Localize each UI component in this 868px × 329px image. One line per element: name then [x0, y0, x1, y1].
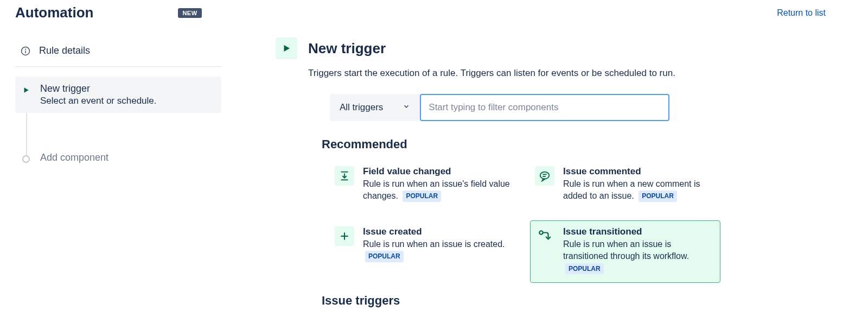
step-title: Add component — [40, 152, 216, 163]
svg-point-2 — [25, 49, 26, 49]
return-to-list-link[interactable]: Return to list — [777, 8, 853, 18]
rule-timeline: New trigger Select an event or schedule.… — [15, 77, 221, 171]
component-filter-input[interactable] — [420, 94, 669, 121]
popular-tag: POPULAR — [565, 263, 604, 275]
card-title: Field value changed — [363, 166, 512, 177]
main-heading: New trigger — [308, 40, 386, 57]
filter-row: All triggers — [330, 94, 791, 121]
rule-details-label: Rule details — [39, 45, 90, 56]
new-badge: NEW — [178, 8, 201, 18]
card-body: Issue created Rule is run when an issue … — [363, 226, 512, 275]
info-icon — [21, 46, 30, 56]
hollow-circle-icon — [21, 154, 31, 164]
svg-point-8 — [540, 172, 550, 179]
sidebar-item-rule-details[interactable]: Rule details — [15, 37, 221, 64]
trigger-card-issue-commented[interactable]: Issue commented Rule is run when a new c… — [530, 160, 720, 211]
dropdown-label: All triggers — [340, 102, 383, 113]
main-description: Triggers start the execution of a rule. … — [308, 68, 791, 79]
section-title-issue-triggers: Issue triggers — [322, 294, 791, 308]
card-title: Issue created — [363, 226, 512, 237]
step-body: New trigger Select an event or schedule. — [40, 83, 216, 106]
card-body: Field value changed Rule is run when an … — [363, 166, 512, 203]
card-title: Issue commented — [563, 166, 712, 177]
comment-icon — [535, 166, 554, 186]
sidebar: Rule details New trigger Select an event… — [15, 37, 221, 317]
main-panel: New trigger Triggers start the execution… — [276, 37, 791, 317]
trigger-category-dropdown[interactable]: All triggers — [330, 94, 420, 121]
trigger-card-issue-created[interactable]: Issue created Rule is run when an issue … — [330, 220, 520, 283]
field-change-icon — [335, 166, 354, 186]
page-title: Automation — [15, 4, 93, 21]
chevron-down-icon — [403, 102, 410, 113]
popular-tag: POPULAR — [639, 191, 677, 202]
recommended-card-grid: Field value changed Rule is run when an … — [330, 160, 720, 283]
card-desc: Rule is run when an issue is created. PO… — [363, 238, 512, 263]
popular-tag: POPULAR — [365, 251, 404, 262]
layout: Rule details New trigger Select an event… — [0, 21, 868, 317]
card-desc: Rule is run when an issue is transitione… — [563, 238, 712, 275]
play-icon — [21, 85, 31, 96]
plus-icon — [335, 226, 354, 246]
svg-marker-3 — [24, 87, 29, 92]
main-heading-row: New trigger — [276, 37, 791, 59]
svg-marker-4 — [284, 45, 290, 52]
page-header: Automation NEW Return to list — [0, 0, 868, 21]
timeline-step-new-trigger[interactable]: New trigger Select an event or schedule. — [15, 77, 221, 113]
svg-point-13 — [539, 231, 543, 235]
step-body: Add component — [40, 152, 216, 164]
header-left: Automation NEW — [15, 4, 202, 21]
trigger-card-field-value-changed[interactable]: Field value changed Rule is run when an … — [330, 160, 520, 211]
transition-icon — [535, 226, 554, 246]
play-icon — [276, 37, 297, 59]
card-body: Issue transitioned Rule is run when an i… — [563, 226, 712, 275]
card-desc: Rule is run when a new comment is added … — [563, 178, 712, 203]
card-body: Issue commented Rule is run when a new c… — [563, 166, 712, 203]
popular-tag: POPULAR — [403, 191, 441, 202]
card-title: Issue transitioned — [563, 226, 712, 237]
sidebar-divider — [15, 66, 221, 67]
step-title: New trigger — [40, 83, 216, 94]
timeline-step-add-component[interactable]: Add component — [15, 145, 221, 171]
section-title-recommended: Recommended — [322, 137, 791, 151]
step-subtitle: Select an event or schedule. — [40, 96, 216, 106]
card-desc: Rule is run when an issue's field value … — [363, 178, 512, 203]
trigger-card-issue-transitioned[interactable]: Issue transitioned Rule is run when an i… — [530, 220, 720, 283]
